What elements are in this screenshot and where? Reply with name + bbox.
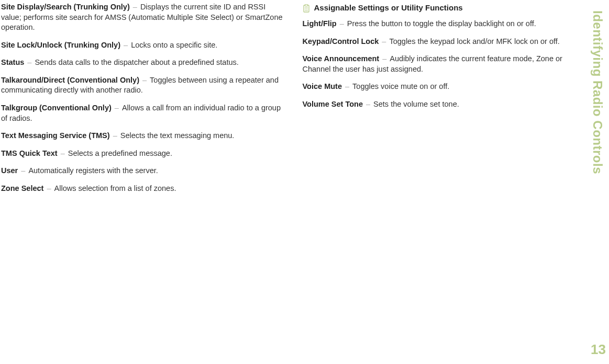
term: Zone Select [1, 184, 43, 192]
term: Talkgroup (Conventional Only) [1, 104, 112, 112]
term: Text Messaging Service (TMS) [1, 131, 110, 140]
page-content: Site Display/Search (Trunking Only) – Di… [0, 0, 609, 201]
dash-separator: – [338, 19, 346, 28]
description: Automatically registers with the server. [28, 166, 158, 175]
definition-entry: Talkgroup (Conventional Only) – Allows a… [1, 103, 287, 123]
page-number: 13 [591, 342, 606, 358]
description: Allows selection from a list of zones. [54, 184, 176, 192]
definition-entry: Keypad/Control Lock – Toggles the keypad… [303, 37, 589, 47]
definition-entry: Voice Mute – Toggles voice mute on or of… [303, 82, 589, 92]
dash-separator: – [19, 166, 27, 175]
dash-separator: – [59, 149, 67, 157]
dash-separator: – [364, 100, 372, 108]
term: Light/Flip [303, 19, 337, 28]
dash-separator: – [380, 37, 388, 46]
side-chapter-label: Identifying Radio Controls [590, 10, 605, 174]
clipboard-icon [303, 4, 310, 13]
dash-separator: – [131, 3, 139, 11]
term: TMS Quick Text [1, 149, 58, 157]
dash-separator: – [140, 76, 149, 84]
term: Status [1, 58, 24, 66]
dash-separator: – [111, 131, 119, 140]
term: Site Display/Search (Trunking Only) [1, 3, 130, 11]
left-column: Site Display/Search (Trunking Only) – Di… [1, 0, 287, 201]
term: Talkaround/Direct (Conventional Only) [1, 76, 139, 84]
description: Locks onto a specific site. [131, 41, 217, 49]
description: Sets the volume set tone. [373, 100, 459, 108]
definition-entry: Talkaround/Direct (Conventional Only) – … [1, 75, 287, 96]
term: Voice Announcement [303, 54, 380, 63]
definition-entry: User – Automatically registers with the … [1, 166, 287, 176]
definition-entry: Status – Sends data calls to the dispatc… [1, 58, 287, 68]
dash-separator: – [113, 104, 121, 112]
definition-entry: Zone Select – Allows selection from a li… [1, 184, 287, 194]
right-column: Assignable Settings or Utility Functions… [303, 0, 589, 201]
term: Volume Set Tone [303, 100, 363, 108]
svg-rect-1 [305, 5, 307, 6]
description: Selects a predefined message. [68, 149, 172, 157]
definition-entry: Volume Set Tone – Sets the volume set to… [303, 99, 589, 110]
term: Site Lock/Unlock (Trunking Only) [1, 41, 120, 49]
definition-entry: Site Lock/Unlock (Trunking Only) – Locks… [1, 40, 287, 51]
term: Voice Mute [303, 82, 342, 90]
section-title: Assignable Settings or Utility Functions [314, 3, 463, 12]
section-header: Assignable Settings or Utility Functions [303, 3, 589, 13]
dash-separator: – [380, 54, 389, 63]
term: Keypad/Control Lock [303, 37, 379, 46]
dash-separator: – [343, 82, 351, 90]
definition-entry: Voice Announcement – Audibly indicates t… [303, 54, 589, 74]
description: Sends data calls to the dispatcher about… [35, 58, 238, 66]
dash-separator: – [45, 184, 53, 192]
dash-separator: – [121, 41, 130, 49]
description: Toggles the keypad lock and/or MFK lock … [389, 37, 559, 46]
dash-separator: – [25, 58, 34, 66]
description: Press the button to toggle the display b… [347, 19, 536, 28]
description: Toggles voice mute on or off. [352, 82, 449, 90]
definition-entry: Site Display/Search (Trunking Only) – Di… [1, 2, 287, 33]
term: User [1, 166, 18, 175]
definition-entry: TMS Quick Text – Selects a predefined me… [1, 149, 287, 159]
definition-entry: Text Messaging Service (TMS) – Selects t… [1, 131, 287, 141]
definition-entry: Light/Flip – Press the button to toggle … [303, 19, 589, 29]
description: Selects the text messaging menu. [120, 131, 235, 140]
